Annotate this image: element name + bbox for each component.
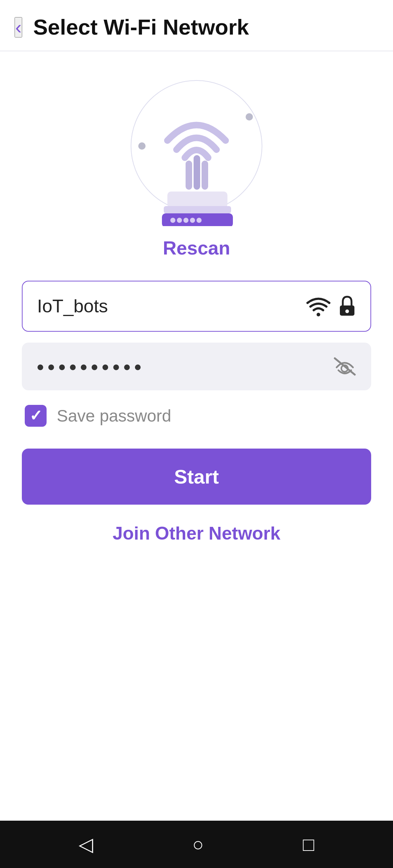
svg-point-14 [317, 313, 320, 316]
svg-point-11 [183, 218, 188, 223]
nav-back-button[interactable]: ◁ [79, 833, 93, 855]
svg-point-9 [170, 218, 175, 223]
header: ‹ Select Wi-Fi Network [0, 0, 393, 51]
svg-point-12 [190, 218, 195, 223]
nav-home-button[interactable]: ○ [192, 833, 204, 855]
nav-recents-button[interactable]: □ [303, 833, 314, 855]
svg-rect-7 [164, 206, 231, 213]
wifi-icon [306, 296, 331, 316]
network-icons [306, 295, 356, 317]
back-button[interactable]: ‹ [15, 17, 22, 38]
page-title: Select Wi-Fi Network [33, 15, 249, 40]
svg-point-1 [138, 142, 146, 150]
rescan-button[interactable]: Rescan [163, 237, 230, 259]
svg-point-13 [196, 218, 202, 223]
bottom-nav-bar: ◁ ○ □ [0, 821, 393, 868]
password-field[interactable]: ●●●●●●●●●● [22, 343, 371, 390]
svg-point-2 [246, 113, 253, 121]
main-content: Rescan IoT_bots ●●●●●●●●●● [0, 51, 393, 821]
svg-point-10 [177, 218, 182, 223]
network-name: IoT_bots [37, 296, 108, 317]
router-illustration [120, 73, 273, 226]
hide-password-icon[interactable] [333, 356, 357, 376]
network-selector[interactable]: IoT_bots [22, 281, 371, 332]
save-password-row: ✓ Save password [22, 405, 371, 427]
svg-rect-6 [167, 192, 227, 208]
save-password-label: Save password [57, 406, 171, 426]
check-icon: ✓ [29, 408, 42, 423]
svg-rect-4 [194, 155, 200, 190]
lock-icon [338, 295, 356, 317]
svg-rect-3 [186, 161, 192, 190]
join-other-network-button[interactable]: Join Other Network [112, 523, 280, 544]
svg-rect-5 [202, 161, 208, 190]
start-button[interactable]: Start [22, 449, 371, 505]
svg-point-16 [345, 309, 349, 313]
password-dots: ●●●●●●●●●● [36, 359, 144, 374]
save-password-checkbox[interactable]: ✓ [25, 405, 47, 427]
